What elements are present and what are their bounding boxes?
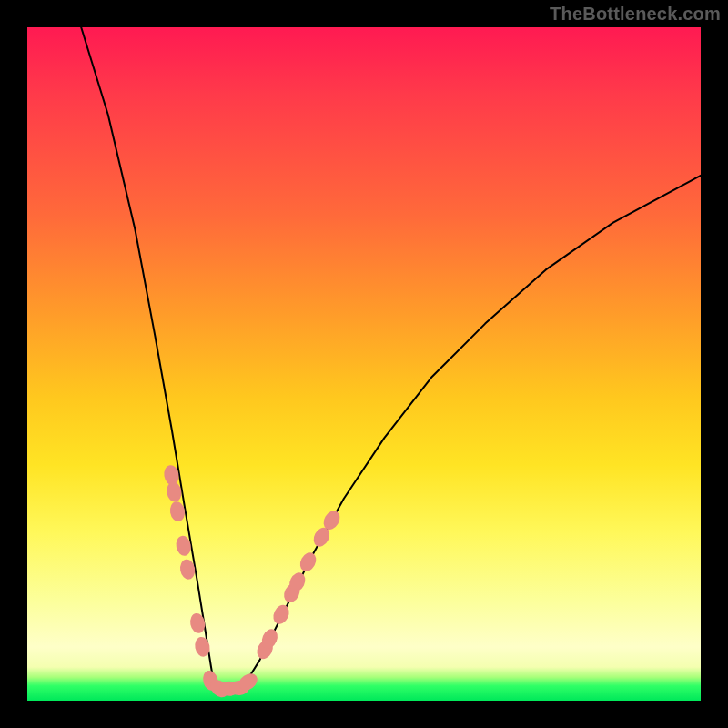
plot-area [27, 27, 701, 701]
bottleneck-curve [81, 27, 701, 689]
data-marker [188, 612, 207, 635]
bottleneck-curve-svg [27, 27, 701, 701]
curve-group [81, 27, 701, 689]
watermark-text: TheBottleneck.com [550, 4, 721, 25]
chart-frame: TheBottleneck.com [0, 0, 728, 728]
markers-group [163, 464, 343, 701]
data-marker [270, 602, 292, 627]
data-marker [297, 550, 318, 574]
